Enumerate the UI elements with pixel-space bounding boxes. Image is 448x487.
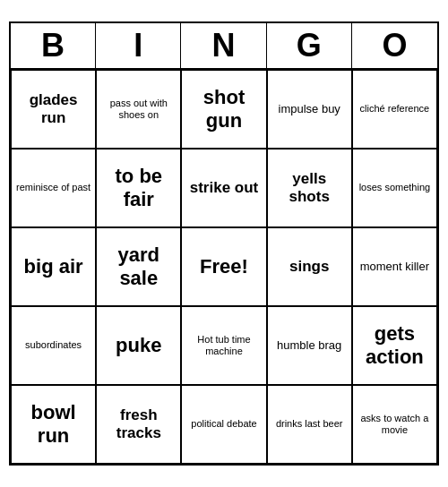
cell-2: shot gun (181, 70, 266, 149)
cell-14: moment killer (352, 227, 437, 306)
cell-11: yard sale (96, 227, 181, 306)
cell-1: pass out with shoes on (96, 70, 181, 149)
cell-17: Hot tub time machine (181, 306, 266, 385)
cell-6: to be fair (96, 149, 181, 227)
cell-21: fresh tracks (96, 385, 181, 464)
cell-20: bowl run (11, 385, 96, 464)
cell-8: yells shots (267, 149, 352, 227)
cell-13: sings (267, 227, 352, 306)
cell-19: gets action (352, 306, 437, 385)
cell-23: drinks last beer (267, 385, 352, 464)
cell-5: reminisce of past (11, 149, 96, 227)
cell-3: impulse buy (267, 70, 352, 149)
cell-18: humble brag (267, 306, 352, 385)
header-n: N (181, 23, 266, 68)
cell-22: political debate (181, 385, 266, 464)
cell-4: cliché reference (352, 70, 437, 149)
header-o: O (352, 23, 437, 68)
cell-7: strike out (181, 149, 266, 227)
cell-12: Free! (181, 227, 266, 306)
cell-16: puke (96, 306, 181, 385)
header-i: I (96, 23, 181, 68)
header-g: G (267, 23, 352, 68)
cell-15: subordinates (11, 306, 96, 385)
cell-9: loses something (352, 149, 437, 227)
cell-10: big air (11, 227, 96, 306)
bingo-header: B I N G O (11, 23, 437, 70)
header-b: B (11, 23, 96, 68)
bingo-grid: glades run pass out with shoes on shot g… (11, 70, 437, 464)
cell-0: glades run (11, 70, 96, 149)
bingo-card: B I N G O glades run pass out with shoes… (9, 21, 439, 466)
cell-24: asks to watch a movie (352, 385, 437, 464)
